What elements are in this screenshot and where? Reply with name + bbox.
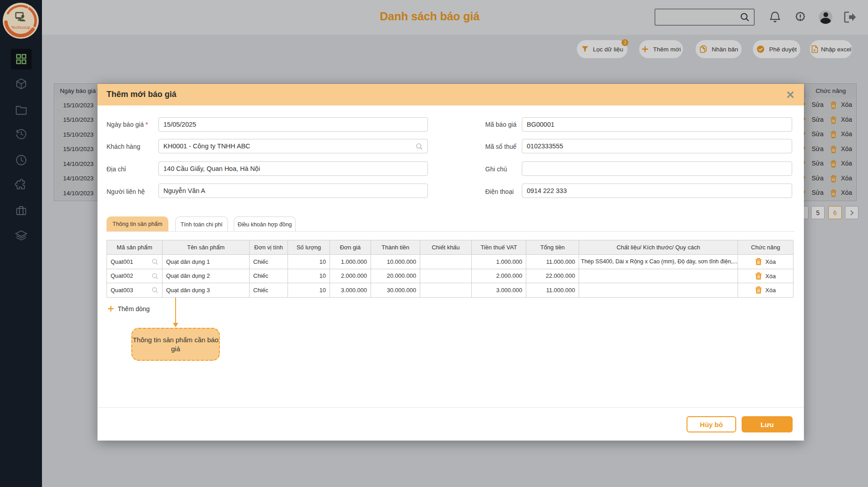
svg-text:TechnoUp: TechnoUp — [11, 25, 31, 30]
